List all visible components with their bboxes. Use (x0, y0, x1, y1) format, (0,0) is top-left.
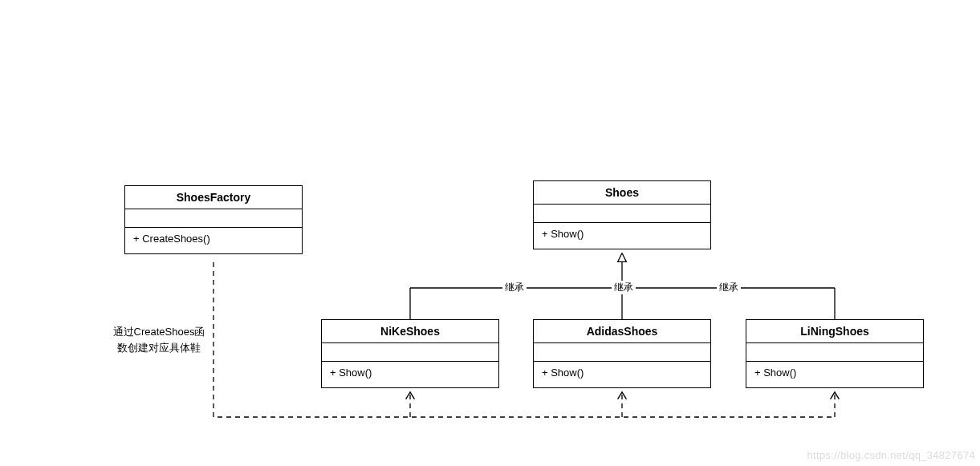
watermark: https://blog.csdn.net/qq_34827674 (807, 449, 975, 461)
class-method: + Show() (534, 223, 710, 249)
note-line1: 通过CreateShoes函 (113, 326, 205, 338)
class-method: + Show() (322, 362, 498, 387)
edge-label-inherit-right: 继承 (717, 281, 741, 294)
class-method: + Show() (746, 362, 923, 387)
class-attrs (534, 205, 710, 223)
edge-label-inherit-left: 继承 (502, 281, 527, 294)
class-adidasshoes: AdidasShoes + Show() (533, 319, 711, 388)
note-text: 通过CreateShoes函 数创建对应具体鞋 (95, 324, 223, 355)
class-attrs (322, 343, 498, 362)
class-shoes: Shoes + Show() (533, 180, 711, 249)
note-line2: 数创建对应具体鞋 (117, 342, 201, 354)
class-nikeshoes: NiKeShoes + Show() (321, 319, 499, 388)
class-attrs (125, 209, 302, 228)
class-shoesfactory: ShoesFactory + CreateShoes() (124, 185, 303, 254)
class-title: ShoesFactory (125, 186, 302, 209)
class-method: + CreateShoes() (125, 228, 302, 253)
class-title: Shoes (534, 181, 710, 205)
edge-label-inherit-mid: 继承 (612, 281, 636, 294)
class-attrs (534, 343, 710, 362)
class-liningshoes: LiNingShoes + Show() (746, 319, 924, 388)
class-title: AdidasShoes (534, 320, 710, 343)
class-attrs (746, 343, 923, 362)
class-method: + Show() (534, 362, 710, 387)
class-title: LiNingShoes (746, 320, 923, 343)
class-title: NiKeShoes (322, 320, 498, 343)
